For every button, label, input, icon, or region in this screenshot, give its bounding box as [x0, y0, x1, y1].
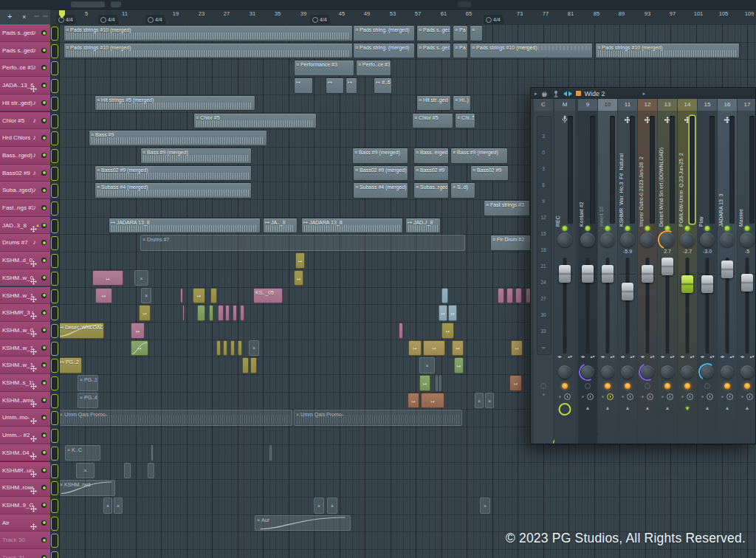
- latency-clock-icon[interactable]: [687, 393, 693, 400]
- autoscroll-icon[interactable]: [563, 90, 572, 97]
- channel-number[interactable]: 14: [678, 99, 697, 111]
- clip[interactable]: ≡Chi..5: [455, 113, 475, 129]
- stereo-knob[interactable]: [661, 365, 674, 379]
- track-enable-light[interactable]: [41, 48, 47, 53]
- clip-trigger[interactable]: [51, 306, 58, 320]
- pan-knob[interactable]: [600, 232, 615, 247]
- clip[interactable]: ×: [314, 497, 324, 514]
- track-enable-light[interactable]: [41, 450, 47, 455]
- clip[interactable]: ×: [249, 340, 259, 356]
- note-icon[interactable]: ♪: [33, 117, 37, 124]
- stereo-sep-icons[interactable]: ◂▸▴▾: [554, 354, 575, 359]
- record-dot[interactable]: [559, 396, 561, 398]
- track-row[interactable]: Track 30: [0, 531, 50, 549]
- pan-sep-icon[interactable]: ◂▸: [740, 354, 744, 359]
- peak-meter[interactable]: [610, 116, 615, 224]
- move-icon[interactable]: [30, 82, 37, 95]
- clip[interactable]: ≡Chior #5: [193, 113, 317, 129]
- stereo-sep-icons[interactable]: ◂▸▴▾: [638, 354, 657, 359]
- latency-clock-icon[interactable]: [564, 393, 571, 400]
- track-enable-light[interactable]: [41, 485, 47, 490]
- clip[interactable]: ≡Bass..erged: [413, 148, 449, 164]
- channel-number[interactable]: 13: [658, 99, 677, 111]
- clip[interactable]: [439, 375, 441, 391]
- pan-sep-icon[interactable]: ◂▸: [700, 354, 704, 359]
- pan-sep-icon[interactable]: ◂▸: [680, 354, 684, 359]
- track-enable-light[interactable]: [41, 468, 47, 473]
- track-row[interactable]: Fast..ngs #3♪: [0, 199, 50, 217]
- track-row[interactable]: Drums #7♪: [0, 234, 50, 252]
- clip[interactable]: ×K..C: [65, 445, 100, 461]
- clip[interactable]: ×: [76, 463, 94, 479]
- clip[interactable]: ×Umm Qais Promo-: [294, 410, 462, 426]
- track-enable-light[interactable]: [41, 537, 47, 542]
- note-icon[interactable]: ♪: [33, 204, 37, 211]
- clip[interactable]: ↦: [139, 305, 151, 321]
- peak-meter[interactable]: [590, 116, 595, 224]
- latency-clock-icon[interactable]: [627, 393, 633, 400]
- track-enable-light[interactable]: [41, 30, 47, 35]
- move-icon[interactable]: [30, 502, 37, 515]
- pan-knob[interactable]: [740, 232, 755, 247]
- mixer-titlebar[interactable]: ▸ Wide 2 ▸: [531, 88, 755, 99]
- latency-clock-icon[interactable]: [746, 393, 753, 400]
- pan-sep-icon[interactable]: ◂▸: [640, 354, 645, 359]
- clip[interactable]: [225, 305, 230, 321]
- clip-trigger[interactable]: [51, 394, 58, 408]
- track-row[interactable]: KSHM..amer: [0, 392, 50, 410]
- track-enable-light[interactable]: [41, 415, 47, 420]
- track-row[interactable]: KSHM..w_12: [0, 340, 50, 357]
- master-route-ring[interactable]: [559, 403, 571, 416]
- clip-trigger[interactable]: [51, 114, 58, 128]
- clip-trigger[interactable]: [51, 184, 58, 198]
- clip[interactable]: ↦: [423, 340, 445, 356]
- timesig-marker[interactable]: 4/4: [145, 15, 167, 24]
- channel-led[interactable]: [585, 226, 591, 231]
- lamp-icon[interactable]: [605, 383, 611, 389]
- route-arrow[interactable]: ▲: [738, 405, 755, 410]
- volume-fader[interactable]: [618, 258, 637, 354]
- latency-clock-icon[interactable]: [607, 393, 614, 400]
- lamp-icon[interactable]: [562, 383, 568, 389]
- clip[interactable]: ≡Bass02 #9: [413, 165, 449, 182]
- channel-led[interactable]: [645, 226, 650, 231]
- add-button[interactable]: +: [7, 11, 12, 22]
- clip-trigger[interactable]: [51, 289, 58, 303]
- track-row[interactable]: Perfo..ce #3♪: [0, 59, 50, 77]
- mixer-channel-17[interactable]: 17Massve-5◂▸▴▾▲: [738, 99, 755, 444]
- clip[interactable]: ↦: [509, 375, 522, 391]
- clip[interactable]: ≡Pads s..ged: [416, 43, 451, 59]
- move-icon[interactable]: [30, 257, 37, 270]
- clip[interactable]: ≡Subas..rged: [413, 182, 449, 199]
- mixer-channel-13[interactable]: 13Desert Wind Sn ert (DOWNLOAD)2.7◂▸▴▾▲: [658, 99, 677, 444]
- record-dot[interactable]: [741, 396, 743, 398]
- move-icon[interactable]: [30, 467, 37, 480]
- clip[interactable]: ↦: [421, 393, 444, 409]
- channel-number[interactable]: 15: [698, 99, 717, 111]
- clip-trigger[interactable]: [51, 254, 58, 268]
- stereo-knob[interactable]: [681, 365, 694, 379]
- track-row[interactable]: KSHM..w_12: [0, 356, 50, 374]
- clip[interactable]: [182, 305, 185, 321]
- track-enable-light[interactable]: [41, 240, 47, 245]
- track-enable-light[interactable]: [41, 223, 47, 228]
- note-icon[interactable]: ♪: [33, 151, 37, 159]
- clip[interactable]: [124, 463, 131, 479]
- track-enable-light[interactable]: [41, 83, 47, 88]
- stereo-sep-icon[interactable]: ▴▾: [650, 354, 654, 359]
- channel-number[interactable]: 11: [618, 99, 637, 111]
- stereo-sep-icon[interactable]: ▴▾: [749, 354, 754, 359]
- note-icon[interactable]: ♪: [33, 63, 37, 71]
- stereo-sep-icons[interactable]: ◂▸▴▾: [678, 354, 697, 359]
- clip[interactable]: [210, 288, 217, 304]
- track-row[interactable]: KSHM..d_07: [0, 252, 50, 269]
- lamp-icon[interactable]: [724, 383, 730, 389]
- clip-trigger[interactable]: [51, 44, 58, 58]
- clip[interactable]: ↦JADARA 13_8: [109, 218, 261, 234]
- clip-trigger[interactable]: [51, 551, 58, 558]
- stereo-sep-icons[interactable]: ◂▸▴▾: [698, 354, 717, 359]
- record-dot[interactable]: [721, 396, 724, 398]
- clip[interactable]: ≡Pads strings #10 (merged): [595, 43, 740, 59]
- clip[interactable]: [506, 288, 513, 304]
- mixer-channel-12[interactable]: 12Imprer Outro-0.2023-Jan-28_2◂▸▴▾▲: [638, 99, 657, 444]
